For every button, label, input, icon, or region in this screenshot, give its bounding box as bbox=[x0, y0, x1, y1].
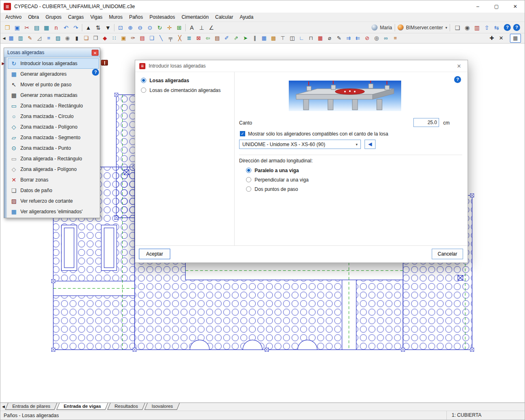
hatch-icon[interactable]: ▨ bbox=[53, 34, 63, 42]
radio-perpendicular-a-una-viga[interactable]: Perpendicular a una viga bbox=[246, 177, 309, 183]
diagonal-icon[interactable]: ╲ bbox=[156, 34, 166, 42]
tag-icon[interactable]: ❏ bbox=[81, 34, 91, 42]
menu-vigas[interactable]: Vigas bbox=[87, 13, 106, 21]
menu-archivo[interactable]: Archivo bbox=[2, 13, 25, 21]
menu-muros[interactable]: Muros bbox=[106, 13, 126, 21]
box-icon[interactable]: ❒ bbox=[91, 34, 100, 42]
dialog-help-icon[interactable]: ? bbox=[454, 76, 461, 83]
menu-panos[interactable]: Paños bbox=[126, 13, 146, 21]
grid-blue-icon[interactable]: ▦ bbox=[259, 34, 269, 42]
direction-icon[interactable]: ➤ bbox=[241, 34, 250, 42]
edit-panel-icon[interactable]: ✐ bbox=[222, 34, 231, 42]
arrow-ne-icon[interactable]: ⇗ bbox=[231, 34, 241, 42]
diamond-icon[interactable]: ◆ bbox=[100, 34, 110, 42]
help-icon[interactable]: ? bbox=[504, 24, 511, 31]
parallel-lines-icon[interactable]: ∥ bbox=[250, 34, 259, 42]
palette-item-ver-refuerzo-de-cortante[interactable]: ▨ Ver refuerzo de cortante bbox=[8, 196, 99, 206]
doc-icon[interactable]: ▤ bbox=[138, 34, 147, 42]
fonts-icon[interactable]: n bbox=[51, 23, 61, 32]
palette-close-icon[interactable]: ✕ bbox=[92, 50, 99, 56]
cancel-button[interactable]: Cancelar bbox=[432, 249, 463, 259]
add-tool-icon[interactable]: ✚ bbox=[487, 34, 496, 42]
angle-dimension-icon[interactable]: ∠ bbox=[206, 23, 216, 32]
lock-icon[interactable]: ⊘ bbox=[362, 34, 372, 42]
user-name-button[interactable]: Maria bbox=[380, 25, 392, 31]
dialog-close-icon[interactable]: ✕ bbox=[455, 63, 463, 69]
palette-item-zona-aligerada-rectangulo[interactable]: ▭ Zona aligerada - Rectángulo bbox=[8, 153, 99, 164]
menu-postesados[interactable]: Postesados bbox=[146, 13, 178, 21]
bimserver-caret-icon[interactable]: ▾ bbox=[445, 26, 447, 30]
menu-obra[interactable]: Obra bbox=[25, 13, 42, 21]
corner-icon[interactable]: ∟ bbox=[297, 34, 306, 42]
online-help-icon[interactable]: ? bbox=[513, 24, 520, 31]
palette-item-introducir-losas-aligeradas[interactable]: ↻ Introducir losas aligeradas bbox=[8, 58, 99, 69]
menu-cimentacion[interactable]: Cimentación bbox=[178, 13, 212, 21]
palette-item-zona-macizada-rectangulo[interactable]: ▭ Zona macizada - Rectángulo bbox=[8, 101, 99, 111]
minimize-button[interactable]: – bbox=[468, 0, 487, 13]
cross-brace-icon[interactable]: ╳ bbox=[175, 34, 185, 42]
delete-zone-icon[interactable]: ⊠ bbox=[194, 34, 203, 42]
paste-group-icon[interactable]: ⇇ bbox=[353, 34, 362, 42]
menu-grupos[interactable]: Grupos bbox=[42, 13, 65, 21]
go-up-group-icon[interactable]: ▲ bbox=[83, 23, 93, 32]
close-toolbar-icon[interactable]: ✕ bbox=[496, 34, 506, 42]
tab-resultados[interactable]: Resultados bbox=[108, 403, 145, 410]
palette-item-borrar-zonas[interactable]: ✕ Borrar zonas bbox=[8, 175, 99, 185]
palette-item-zona-macizada-circulo[interactable]: ○ Zona macizada - Círculo bbox=[8, 111, 99, 122]
sketch-icon[interactable]: ✎ bbox=[25, 34, 35, 42]
palette-item-ver-aligeradores-eliminados[interactable]: ▦ Ver aligeradores 'eliminados' bbox=[8, 206, 99, 217]
radio-losas-cimentacion-aligeradas[interactable]: Losas de cimentación aligeradas bbox=[141, 87, 221, 93]
column-icon[interactable]: ▮ bbox=[72, 34, 81, 42]
group-list-icon[interactable]: ⇅ bbox=[93, 23, 103, 32]
palette-header[interactable]: Losas aligeradas ✕ bbox=[4, 48, 100, 57]
edit-tables-icon[interactable]: ▤ bbox=[32, 23, 42, 32]
maximize-button[interactable]: ▢ bbox=[487, 0, 506, 13]
tab-entrada-de-pilares[interactable]: Entrada de pilares bbox=[5, 403, 57, 410]
rail-top-icon[interactable]: ╤ bbox=[166, 34, 175, 42]
zoom-in-icon[interactable]: ⊕ bbox=[125, 23, 135, 32]
save-icon[interactable]: ▣ bbox=[12, 23, 22, 32]
report-icon[interactable]: ▥ bbox=[472, 23, 482, 32]
palette-item-zona-macizada-punto[interactable]: ⊙ Zona macizada - Punto bbox=[8, 143, 99, 153]
print-icon[interactable]: ❑ bbox=[453, 23, 462, 32]
diameter-icon[interactable]: ⌀ bbox=[325, 34, 334, 42]
stairs-icon[interactable]: ▤ bbox=[213, 34, 222, 42]
canto-input[interactable] bbox=[413, 118, 439, 127]
go-down-group-icon[interactable]: ▼ bbox=[103, 23, 113, 32]
open-job-icon[interactable]: ❒ bbox=[2, 23, 12, 32]
palette-item-zona-aligerada-poligono[interactable]: ◇ Zona aligerada - Polígono bbox=[8, 164, 99, 175]
menu-ayuda[interactable]: Ayuda bbox=[236, 13, 257, 21]
palette-grip-handle[interactable] bbox=[4, 57, 7, 218]
zoom-out-icon[interactable]: ⊖ bbox=[135, 23, 145, 32]
frame-icon[interactable]: ◫ bbox=[288, 34, 297, 42]
window-switch-icon[interactable]: ⇆ bbox=[492, 23, 501, 32]
dxf-templates-icon[interactable]: ▦ bbox=[7, 34, 16, 42]
menu-cargas[interactable]: Cargas bbox=[65, 13, 87, 21]
crane-icon[interactable]: ⊤ bbox=[278, 34, 288, 42]
bimserver-button[interactable]: BIMserver.center bbox=[406, 25, 443, 31]
spreadsheet-icon[interactable]: ▦ bbox=[42, 23, 51, 32]
drawing-canvas[interactable]: Losas aligeradas ✕ ↻ Introducir losas al… bbox=[0, 44, 525, 402]
close-button[interactable]: ✕ bbox=[506, 0, 525, 13]
numeric-keypad-icon[interactable]: ▦ bbox=[510, 34, 521, 43]
brush-icon[interactable]: ✑ bbox=[128, 34, 138, 42]
beam-sections-icon[interactable]: ▥ bbox=[16, 34, 25, 42]
level-icon[interactable]: ≡ bbox=[44, 34, 53, 42]
text-icon[interactable]: ✎ bbox=[334, 34, 344, 42]
radio-losas-aligeradas[interactable]: Losas aligeradas bbox=[141, 77, 221, 83]
up-bracket-icon[interactable]: ⊓ bbox=[306, 34, 316, 42]
target-icon[interactable]: ◎ bbox=[372, 34, 381, 42]
zoom-window-icon[interactable]: ⊡ bbox=[116, 23, 125, 32]
menu-calcular[interactable]: Calcular bbox=[212, 13, 236, 21]
tab-isovalores[interactable]: Isovalores bbox=[144, 403, 180, 410]
drop-icon[interactable]: ◉ bbox=[63, 34, 72, 42]
pan-icon[interactable]: ✛ bbox=[165, 23, 174, 32]
palette-help-icon[interactable]: ? bbox=[92, 69, 99, 76]
palette-item-mover-el-punto-de-paso[interactable]: ↖ Mover el punto de paso bbox=[8, 79, 99, 90]
layers-icon[interactable]: ≡ bbox=[391, 34, 400, 42]
export-view-icon[interactable]: ⇧ bbox=[482, 23, 492, 32]
slope-icon[interactable]: ◿ bbox=[35, 34, 44, 42]
grid-dots-icon[interactable]: ∷ bbox=[110, 34, 119, 42]
radio-dos-puntos-de-paso[interactable]: Dos puntos de paso bbox=[246, 186, 309, 192]
radio-paralelo-a-una-viga[interactable]: Paralelo a una viga bbox=[246, 167, 309, 173]
